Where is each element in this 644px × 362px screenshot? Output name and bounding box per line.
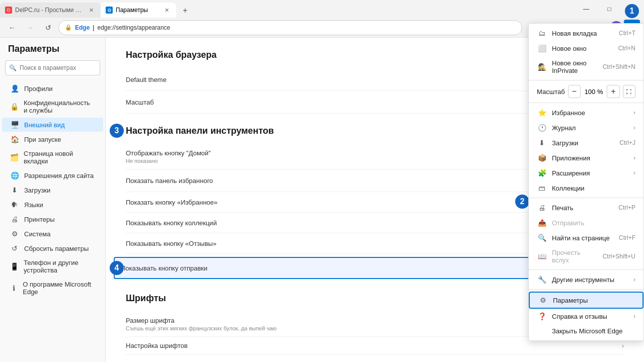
favorites-menu-arrow: › [633, 109, 635, 116]
sidebar-item-privacy[interactable]: 🔒 Конфиденциальность и службы [2, 96, 103, 117]
sidebar-search[interactable]: 🔍 [5, 60, 100, 75]
history-menu-arrow: › [633, 124, 635, 131]
address-url: edge://settings/appearance [97, 24, 516, 31]
sidebar-item-system[interactable]: ⚙ Система [2, 227, 103, 241]
menu-new-tab-label: Новая вкладка [552, 30, 614, 37]
sidebar-item-permissions[interactable]: 🌐 Разрешения для сайта [2, 168, 103, 183]
about-icon: ℹ [10, 284, 18, 292]
help-menu-arrow: › [633, 313, 635, 320]
sidebar-item-languages[interactable]: 🗣 Языки [2, 198, 103, 212]
new-tab-menu-icon: 🗂 [537, 29, 547, 37]
new-window-menu-icon: ⬜ [537, 44, 547, 52]
menu-downloads-label: Загрузки [552, 139, 614, 147]
menu-apps[interactable]: 📦 Приложения › [529, 150, 643, 165]
menu-send-label: Отправить [552, 219, 635, 227]
menu-favorites[interactable]: ⭐ Избранное › [529, 105, 643, 120]
sidebar-item-system-label: Система [24, 230, 50, 238]
menu-history-label: Журнал [552, 124, 628, 132]
tab-close-settings[interactable]: ✕ [162, 6, 171, 15]
sidebar-item-startup-label: При запуске [24, 136, 61, 143]
menu-read-aloud-label: Прочесть вслух [552, 249, 598, 264]
collections-label: Показывать кнопку коллекций [126, 219, 217, 227]
menu-inprivate[interactable]: 🕵 Новое окно InPrivate Ctrl+Shift+N [529, 56, 643, 78]
find-menu-icon: 🔍 [537, 234, 547, 242]
home-btn-label: Отображать кнопку "Домой" [126, 149, 211, 157]
menu-new-tab[interactable]: 🗂 Новая вкладка Ctrl+T [529, 26, 643, 41]
sidebar-item-printers[interactable]: 🖨 Принтеры [2, 212, 103, 226]
reset-icon: ↺ [10, 244, 19, 252]
minimize-button[interactable]: — [575, 0, 598, 18]
tab-settings[interactable]: ⚙ Параметры ✕ [101, 3, 176, 18]
tabs-area: D DelPC.ru - Простыми словами... ✕ ⚙ Пар… [0, 0, 575, 18]
sidebar-item-reset-label: Сбросить параметры [24, 245, 89, 252]
font-settings-arrow: › [622, 342, 624, 349]
maximize-button[interactable]: □ [598, 0, 621, 18]
step1-label: 1 [625, 4, 639, 18]
zoom-fullscreen-button[interactable]: ⛶ [623, 85, 635, 98]
menu-more-tools[interactable]: 🔧 Другие инструменты › [529, 272, 643, 287]
menu-extensions[interactable]: 🧩 Расширения › [529, 165, 643, 180]
settings-menu-icon: ⚙ [538, 296, 548, 304]
forward-button[interactable]: → [22, 20, 38, 36]
tab-favicon-settings: ⚙ [106, 7, 113, 14]
apps-menu-arrow: › [633, 154, 635, 161]
menu-help[interactable]: ❓ Справка и отзывы › [529, 309, 643, 324]
menu-favorites-label: Избранное [552, 109, 628, 117]
sidebar-item-profiles[interactable]: 👤 Профили [2, 81, 103, 96]
search-input[interactable] [5, 60, 100, 75]
menu-settings[interactable]: ⚙ Параметры [529, 292, 643, 309]
tab-delpc[interactable]: D DelPC.ru - Простыми словами... ✕ [0, 3, 101, 18]
menu-find[interactable]: 🔍 Найти на странице Ctrl+F [529, 230, 643, 245]
extensions-menu-icon: 🧩 [537, 169, 547, 177]
sidebar-item-phone[interactable]: 📱 Телефон и другие устройства [2, 256, 103, 277]
menu-divider-2 [529, 103, 643, 103]
zoom-increase-button[interactable]: + [607, 85, 619, 98]
menu-send: 📤 Отправить [529, 215, 643, 230]
refresh-button[interactable]: ↺ [40, 20, 56, 36]
help-menu-icon: ❓ [537, 312, 547, 320]
sidebar-item-permissions-label: Разрешения для сайта [24, 172, 94, 179]
menu-divider-4 [529, 269, 643, 270]
sidebar-item-phone-label: Телефон и другие устройства [24, 259, 95, 274]
menu-print[interactable]: 🖨 Печать Ctrl+P [529, 200, 643, 215]
sidebar-item-languages-label: Языки [24, 201, 43, 209]
address-bar[interactable]: 🔒 Edge | edge://settings/appearance [58, 20, 522, 35]
menu-history[interactable]: 🕐 Журнал › [529, 120, 643, 135]
zoom-decrease-button[interactable]: − [568, 85, 581, 98]
tab-close-delpc[interactable]: ✕ [87, 6, 96, 15]
sidebar-item-appearance[interactable]: 🖥️ Внешний вид [2, 118, 103, 132]
permissions-icon: 🌐 [10, 171, 19, 179]
sidebar-item-privacy-label: Конфиденциальность и службы [24, 99, 95, 114]
menu-help-label: Справка и отзывы [552, 313, 628, 320]
menu-downloads[interactable]: ⬇ Загрузки Ctrl+J [529, 135, 643, 150]
menu-inprivate-shortcut: Ctrl+Shift+N [603, 63, 635, 70]
sidebar-item-downloads[interactable]: ⬇ Загрузки [2, 183, 103, 197]
print-menu-icon: 🖨 [537, 204, 547, 212]
sidebar-item-reset[interactable]: ↺ Сбросить параметры [2, 241, 103, 255]
home-btn-sublabel: Не показано [126, 158, 211, 164]
apps-menu-icon: 📦 [537, 154, 547, 162]
menu-collections[interactable]: 🗃 Коллекции [529, 180, 643, 196]
new-tab-button[interactable]: + [178, 4, 192, 18]
menu-collections-label: Коллекции [552, 185, 635, 192]
sidebar-item-newtab-label: Страница новой вкладки [24, 150, 95, 165]
menu-find-label: Найти на странице [552, 234, 614, 242]
search-icon: 🔍 [9, 64, 17, 71]
phone-icon: 📱 [10, 262, 19, 270]
sidebar-item-about[interactable]: ℹ О программе Microsoft Edge [2, 278, 103, 299]
menu-new-tab-shortcut: Ctrl+T [619, 30, 635, 37]
sidebar-item-newtab[interactable]: 🗂️ Страница новой вкладки [2, 147, 103, 168]
newtab-icon: 🗂️ [10, 153, 19, 161]
downloads-menu-icon: ⬇ [537, 139, 547, 147]
inprivate-menu-icon: 🕵 [537, 63, 547, 71]
menu-print-label: Печать [552, 204, 613, 212]
back-button[interactable]: ← [4, 20, 20, 36]
home-btn-label-group: Отображать кнопку "Домой" Не показано [126, 149, 211, 164]
zoom-label-text: Масштаб [126, 99, 154, 106]
menu-close-edge[interactable]: Закрыть Microsoft Edge [529, 324, 643, 338]
more-tools-menu-arrow: › [633, 276, 635, 283]
sidebar-item-startup[interactable]: 🏠 При запуске [2, 132, 103, 146]
sidebar-item-appearance-label: Внешний вид [24, 121, 65, 129]
menu-new-window[interactable]: ⬜ Новое окно Ctrl+N [529, 41, 643, 56]
font-size-label: Размер шрифта [126, 317, 277, 324]
